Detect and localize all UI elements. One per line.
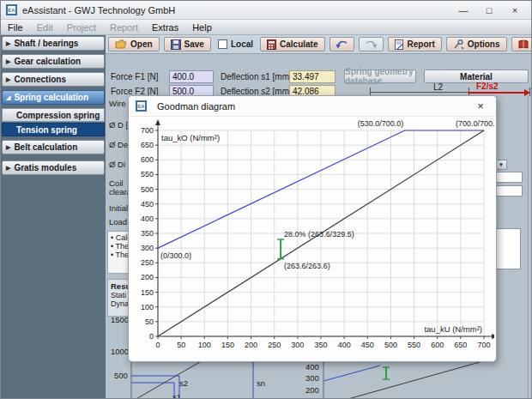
spring-geometry-database-button: Spring geometry database bbox=[344, 70, 416, 83]
svg-text:550: 550 bbox=[408, 341, 420, 349]
svg-text:600: 600 bbox=[141, 155, 154, 164]
svg-text:150: 150 bbox=[141, 288, 154, 297]
report-document-icon bbox=[395, 39, 404, 50]
sidebar: ▶ Shaft / bearings ▶ Gear calculation ▶ … bbox=[1, 35, 106, 399]
l2-dimension-label: L2 bbox=[433, 82, 443, 92]
input-field-fragment[interactable] bbox=[493, 172, 523, 183]
sidebar-item-tension-spring[interactable]: Tension spring bbox=[2, 123, 105, 136]
dialog-close-icon[interactable]: × bbox=[472, 100, 489, 112]
app-icon: EA bbox=[6, 4, 17, 15]
chevron-right-icon: ▶ bbox=[6, 58, 10, 65]
sidebar-item-spring-calculation[interactable]: ◢ Spring calculation bbox=[2, 90, 105, 105]
svg-text:250: 250 bbox=[268, 341, 281, 349]
calculate-label: Calculate bbox=[280, 39, 317, 49]
right-chart-tick-200: 200 bbox=[305, 385, 319, 395]
minimize-button[interactable]: — bbox=[450, 3, 476, 18]
menu-report: Report bbox=[103, 22, 145, 33]
help-book-icon bbox=[518, 39, 529, 49]
load-label: Load bbox=[109, 217, 127, 227]
open-label: Open bbox=[130, 39, 153, 49]
options-tool-icon bbox=[453, 39, 464, 50]
sidebar-item-gear-calculation[interactable]: ▶ Gear calculation bbox=[2, 54, 105, 69]
sidebar-item-label: Spring calculation bbox=[14, 93, 88, 102]
sidebar-item-label: Gear calculation bbox=[14, 57, 81, 66]
svg-text:300: 300 bbox=[291, 341, 304, 349]
force-f1-field[interactable]: 400.0 bbox=[169, 70, 214, 83]
sidebar-item-label: Connections bbox=[14, 75, 66, 84]
left-chart-s1-label: s1 bbox=[172, 392, 181, 399]
l2-dimension-line bbox=[370, 92, 469, 93]
calculator-icon bbox=[267, 39, 276, 50]
undo-button[interactable] bbox=[329, 37, 354, 51]
menu-edit: Edit bbox=[30, 22, 60, 33]
svg-text:650: 650 bbox=[141, 141, 154, 149]
svg-text:(700.0/700.0): (700.0/700.0) bbox=[456, 119, 494, 128]
svg-text:600: 600 bbox=[431, 341, 444, 349]
svg-text:400: 400 bbox=[338, 341, 351, 349]
local-checkbox-wrap[interactable]: Local bbox=[218, 39, 253, 49]
folder-open-icon bbox=[115, 39, 127, 49]
sidebar-item-shaft-bearings[interactable]: ▶ Shaft / bearings bbox=[2, 36, 105, 51]
dialog-title: Goodman diagram bbox=[157, 101, 235, 112]
window-titlebar[interactable]: EA eAssistant - GWJ Technology GmbH — □ … bbox=[1, 1, 532, 20]
redo-button bbox=[359, 37, 384, 51]
force-f1-label: Force F1 [N] bbox=[111, 72, 159, 82]
svg-text:250: 250 bbox=[141, 258, 154, 267]
svg-text:100: 100 bbox=[141, 303, 154, 311]
left-chart-sn-label: sn bbox=[257, 378, 265, 388]
svg-text:(263.6/263.6): (263.6/263.6) bbox=[284, 262, 330, 270]
svg-text:150: 150 bbox=[221, 341, 234, 349]
options-button[interactable]: Options bbox=[446, 37, 507, 51]
dialog-titlebar[interactable]: EA Goodman diagram × bbox=[129, 96, 496, 117]
open-button[interactable]: Open bbox=[108, 37, 160, 51]
close-button[interactable]: × bbox=[502, 3, 528, 18]
menu-help[interactable]: Help bbox=[185, 22, 219, 33]
dialog-icon: EA bbox=[136, 100, 147, 112]
floppy-disk-icon bbox=[171, 39, 181, 50]
svg-text:28.0% (263.6/329.5): 28.0% (263.6/329.5) bbox=[284, 230, 354, 239]
redo-icon bbox=[365, 39, 378, 49]
sidebar-item-belt-calculation[interactable]: ▶ Belt calculation bbox=[2, 140, 105, 154]
chevron-right-icon: ▶ bbox=[6, 144, 10, 151]
app-window: EA eAssistant - GWJ Technology GmbH — □ … bbox=[0, 0, 532, 399]
calculate-button[interactable]: Calculate bbox=[260, 37, 324, 51]
svg-text:tau_kO (N/mm²): tau_kO (N/mm²) bbox=[161, 133, 220, 142]
combobox-dropdown-button[interactable]: ▼ bbox=[495, 160, 507, 170]
svg-text:650: 650 bbox=[454, 341, 467, 349]
input-field-fragment[interactable] bbox=[493, 185, 523, 196]
svg-text:350: 350 bbox=[141, 229, 154, 238]
panel-divider bbox=[528, 95, 529, 399]
f2s2-arrow-line bbox=[469, 92, 526, 94]
left-chart-tick-1500: 1500 bbox=[111, 315, 129, 324]
right-chart-tick-300: 300 bbox=[305, 373, 319, 383]
left-chart-tick-1000: 1000 bbox=[111, 347, 129, 356]
input-box-fragment[interactable] bbox=[495, 228, 521, 269]
report-button[interactable]: Report bbox=[388, 37, 442, 51]
svg-text:550: 550 bbox=[141, 170, 154, 178]
chevron-right-icon: ▶ bbox=[6, 40, 10, 47]
help-button[interactable]: Help bbox=[511, 37, 532, 51]
chevron-right-icon: ▶ bbox=[6, 76, 10, 83]
local-checkbox[interactable] bbox=[218, 39, 227, 49]
svg-text:200: 200 bbox=[245, 341, 257, 349]
menu-extras[interactable]: Extras bbox=[145, 22, 185, 33]
menu-project: Project bbox=[60, 22, 103, 33]
sidebar-item-gratis-modules[interactable]: ▶ Gratis modules bbox=[2, 160, 105, 175]
svg-text:0: 0 bbox=[149, 332, 154, 341]
sidebar-item-connections[interactable]: ▶ Connections bbox=[2, 72, 105, 87]
maximize-button[interactable]: □ bbox=[476, 3, 502, 18]
svg-text:450: 450 bbox=[141, 200, 154, 209]
menu-file[interactable]: File bbox=[1, 22, 30, 33]
f2s2-dimension-label: F2/s2 bbox=[476, 82, 499, 91]
sidebar-item-label: Tension spring bbox=[16, 125, 77, 135]
left-chart-tick-500: 500 bbox=[114, 371, 128, 380]
goodman-diagram-dialog: EA Goodman diagram × 0501001502002503003… bbox=[128, 95, 497, 362]
local-label: Local bbox=[231, 39, 253, 49]
menu-bar: File Edit Project Report Extras Help bbox=[1, 20, 532, 35]
sidebar-item-compression-spring[interactable]: Compression spring bbox=[2, 108, 105, 122]
svg-text:450: 450 bbox=[361, 341, 374, 349]
left-chart-s2-label: s2 bbox=[179, 378, 188, 388]
svg-text:500: 500 bbox=[141, 185, 154, 194]
sidebar-item-label: Belt calculation bbox=[14, 142, 77, 152]
save-button[interactable]: Save bbox=[164, 37, 211, 51]
